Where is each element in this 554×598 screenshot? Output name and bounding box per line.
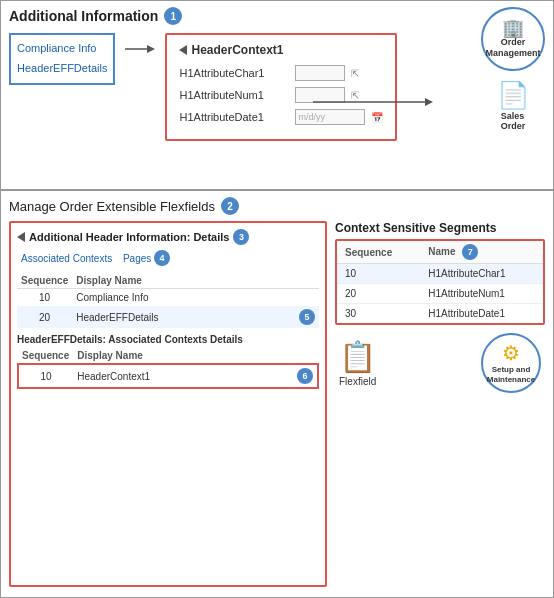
bottom-title-row: Manage Order Extensible Flexfields 2 [9,197,545,215]
sub-section-title: HeaderEFFDetails: Associated Contexts De… [17,334,319,345]
sales-order-label: SalesOrder [501,111,526,131]
css-seq-cell: 20 [337,284,420,304]
setup-maintenance-icon: ⚙ Setup andMaintenance [481,333,541,393]
sub-name-cell: HeaderContext1 [73,364,293,388]
field-input-3[interactable]: m/d/yy [295,109,365,125]
field-row-1: H1AttributeChar1 ⇱ [179,65,383,81]
badge-5: 5 [299,309,315,325]
badge-7: 7 [462,244,478,260]
sub-table: Sequence Display Name 10 HeaderContext1 … [17,348,319,389]
css-name-cell: H1AttributeDate1 [420,304,543,324]
tab-associated-contexts[interactable]: Associated Contexts [17,252,116,265]
compliance-info-link[interactable]: Compliance Info [17,39,107,59]
header-eff-details-link[interactable]: HeaderEFFDetails [17,59,107,79]
left-panel: Additional Header Information: Details 3… [9,221,327,587]
main-container: Additional Information 1 Compliance Info… [0,0,554,598]
top-section: Additional Information 1 Compliance Info… [1,1,553,191]
order-management-icon: 🏢 OrderManagement [481,7,545,71]
table-row: 20 HeaderEFFDetails 5 [17,306,319,328]
css-name-cell: H1AttributeNum1 [420,284,543,304]
name-cell: Compliance Info [72,289,295,307]
tab-pages[interactable]: Pages 4 [119,249,174,267]
seq-cell: 10 [17,289,72,307]
bottom-section: Manage Order Extensible Flexfields 2 Add… [1,191,553,597]
css-table-wrap: Sequence Name 7 10 H1AttributeChar1 [335,239,545,325]
badge-3: 3 [233,229,249,245]
field-row-3: H1AttributeDate1 m/d/yy 📅 [179,109,383,125]
field-label-1: H1AttributeChar1 [179,67,289,79]
col-sequence: Sequence [17,273,72,289]
left-panel-collapse-icon[interactable] [17,232,25,242]
css-col-sequence: Sequence [337,241,420,264]
name-cell: HeaderEFFDetails [72,306,295,328]
bottom-page-title: Manage Order Extensible Flexfields [9,199,215,214]
list-item: 30 H1AttributeDate1 [337,304,543,324]
main-table: Sequence Display Name 10 Compliance Info [17,273,319,328]
date-placeholder: m/d/yy [298,112,325,122]
field-label-2: H1AttributeNum1 [179,89,289,101]
badge-6: 6 [297,368,313,384]
col-display-name: Display Name [72,273,295,289]
svg-marker-3 [425,98,433,106]
header-context-title: HeaderContext1 [179,43,383,57]
badge-2: 2 [221,197,239,215]
top-title-row: Additional Information 1 [9,7,545,25]
bottom-right-icons: 📋 Flexfield ⚙ Setup andMaintenance [335,333,545,393]
calendar-icon[interactable]: 📅 [371,112,383,123]
field-label-3: H1AttributeDate1 [179,111,289,123]
expand-icon-1: ⇱ [351,68,359,79]
css-seq-cell: 10 [337,264,420,284]
css-seq-cell: 30 [337,304,420,324]
top-right-arrow [313,96,433,110]
right-panel: Context Sensitive Segments Sequence Name… [335,221,545,587]
css-panel-title: Context Sensitive Segments [335,221,545,235]
sub-section: HeaderEFFDetails: Associated Contexts De… [17,334,319,389]
list-item: 10 H1AttributeChar1 [337,264,543,284]
table-row: 10 Compliance Info [17,289,319,307]
sub-table-row: 10 HeaderContext1 6 [18,364,318,388]
badge-1: 1 [164,7,182,25]
field-input-1[interactable] [295,65,345,81]
links-panel: Compliance Info HeaderEFFDetails [9,33,115,85]
page-title: Additional Information [9,8,158,24]
tabs-row: Associated Contexts Pages 4 [17,249,319,267]
collapse-triangle-icon[interactable] [179,45,187,55]
css-col-name: Name 7 [420,241,543,264]
left-panel-title-row: Additional Header Information: Details 3 [17,229,319,245]
sub-seq-cell: 10 [18,364,73,388]
header-context-box: HeaderContext1 H1AttributeChar1 ⇱ H1Attr… [165,33,397,141]
top-content: Compliance Info HeaderEFFDetails HeaderC… [9,33,545,141]
svg-marker-1 [147,45,155,53]
left-panel-title: Additional Header Information: Details [29,231,229,243]
right-icons-area: 🏢 OrderManagement 📄 SalesOrder [481,7,545,131]
css-name-cell: H1AttributeChar1 [420,264,543,284]
arrow-svg [125,43,155,55]
bottom-content: Additional Header Information: Details 3… [9,221,545,587]
sales-order-icon: 📄 SalesOrder [487,79,539,131]
list-item: 20 H1AttributeNum1 [337,284,543,304]
css-table: Sequence Name 7 10 H1AttributeChar1 [337,241,543,323]
gear-icon: ⚙ [502,341,520,365]
flexfield-icon: 📋 [339,339,376,374]
flexfield-icon-area: 📋 Flexfield [339,339,376,387]
sub-col-sequence: Sequence [18,348,73,364]
seq-cell: 20 [17,306,72,328]
badge-4: 4 [154,250,170,266]
arrow-connector [125,43,155,55]
flexfield-label: Flexfield [339,376,376,387]
sales-order-emoji: 📄 [497,80,529,111]
sub-col-display-name: Display Name [73,348,293,364]
order-management-emoji: 🏢 [502,19,524,37]
